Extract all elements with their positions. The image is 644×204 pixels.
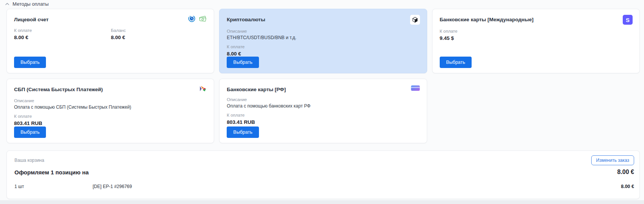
stripe-icon: S [623, 15, 633, 25]
collapse-chevron-icon[interactable] [5, 3, 9, 5]
auto-refresh-icon [188, 15, 196, 24]
payment-methods-grid: Лицевой счет [0, 9, 644, 143]
description-text: ETH/BTC/USDT/BUSD/BNB и т.д. [227, 35, 420, 40]
card-icons: S [623, 15, 633, 25]
card-header: Банковские карты [РФ] [227, 85, 420, 93]
card-fields: К оплате 8.00 € Баланс 8.00 € [14, 24, 207, 40]
card-cryptocurrencies[interactable]: Криптовалюты Описание ETH/BTC/USDT/BUSD/… [219, 9, 427, 73]
description-label: Описание [227, 97, 420, 102]
card-icons [411, 85, 420, 93]
select-button[interactable]: Выбрать [227, 127, 259, 138]
cart-title: Ваша корзина [14, 158, 44, 163]
edit-order-button[interactable]: Изменить заказ [591, 155, 634, 165]
cart-header-row: Ваша корзина Изменить заказ [14, 155, 634, 165]
to-pay-value: 803.41 RUB [227, 119, 420, 125]
page-bottom-strip [0, 200, 644, 204]
balance-value: 8.00 € [111, 35, 126, 40]
card-title: Криптовалюты [227, 15, 265, 22]
svg-text:S: S [626, 17, 630, 23]
card-icons [199, 85, 207, 94]
card-icons [188, 15, 207, 24]
to-pay-value: 9.45 $ [440, 35, 633, 41]
card-icons [410, 15, 420, 25]
cart-item-row: 1 шт [DE] EP-1 #296769 8.00 € [14, 183, 634, 190]
bank-card-icon [411, 85, 420, 93]
description-label: Описание [14, 98, 207, 103]
cart-total: 8.00 € [617, 169, 634, 176]
balance-field: Баланс 8.00 € [111, 24, 126, 40]
payment-methods-section-header[interactable]: Методы оплаты [0, 0, 644, 9]
to-pay-label: К оплате [227, 44, 420, 49]
cash-icon [199, 15, 207, 24]
select-button[interactable]: Выбрать [440, 57, 472, 68]
cart-panel: Ваша корзина Изменить заказ Оформляем 1 … [6, 150, 640, 199]
crypto-cube-icon [410, 15, 420, 25]
item-name: [DE] EP-1 #296769 [93, 184, 621, 189]
sbp-icon [199, 85, 207, 94]
to-pay-label: К оплате [440, 29, 633, 33]
to-pay-label: К оплате [227, 113, 420, 117]
card-rf-bank-cards[interactable]: Банковские карты [РФ] [219, 79, 427, 143]
card-header: СБП (Система Быстрых Платежей) [14, 85, 207, 94]
to-pay-value: 803.41 RUB [14, 120, 207, 126]
item-price: 8.00 € [621, 184, 634, 189]
to-pay-value: 8.00 € [14, 35, 111, 40]
balance-label: Баланс [111, 28, 126, 33]
card-title: Банковские карты [Международные] [440, 15, 534, 22]
card-title: Банковские карты [РФ] [227, 85, 286, 92]
card-sbp[interactable]: СБП (Система Быстрых Платежей) Описание … [6, 79, 214, 143]
select-button[interactable]: Выбрать [14, 127, 46, 138]
cart-summary-text: Оформляем 1 позицию на [14, 169, 89, 176]
payment-page: Методы оплаты Лицевой счет [0, 0, 644, 200]
to-pay-value: 8.00 € [227, 51, 420, 57]
section-title: Методы оплаты [13, 1, 49, 7]
card-title: СБП (Система Быстрых Платежей) [14, 85, 103, 92]
card-title: Лицевой счет [14, 15, 49, 22]
description-label: Описание [227, 29, 420, 33]
to-pay-label: К оплате [14, 28, 111, 33]
select-button[interactable]: Выбрать [14, 57, 46, 68]
select-button[interactable]: Выбрать [227, 57, 259, 68]
card-international-bank-cards[interactable]: Банковские карты [Международные] S К опл… [432, 9, 640, 73]
description-text: Оплата с помощью СБП (Системы Быстрых Пл… [14, 104, 207, 110]
cart-summary-row: Оформляем 1 позицию на 8.00 € [14, 168, 634, 176]
description-text: Оплата с помощью банковских карт РФ [227, 103, 420, 109]
card-personal-account[interactable]: Лицевой счет [6, 9, 214, 73]
item-quantity: 1 шт [14, 184, 93, 189]
card-header: Банковские карты [Международные] S [440, 15, 633, 25]
to-pay-label: К оплате [14, 114, 207, 119]
card-header: Криптовалюты [227, 15, 420, 25]
to-pay-field: К оплате 8.00 € [14, 24, 111, 40]
card-header: Лицевой счет [14, 15, 207, 24]
